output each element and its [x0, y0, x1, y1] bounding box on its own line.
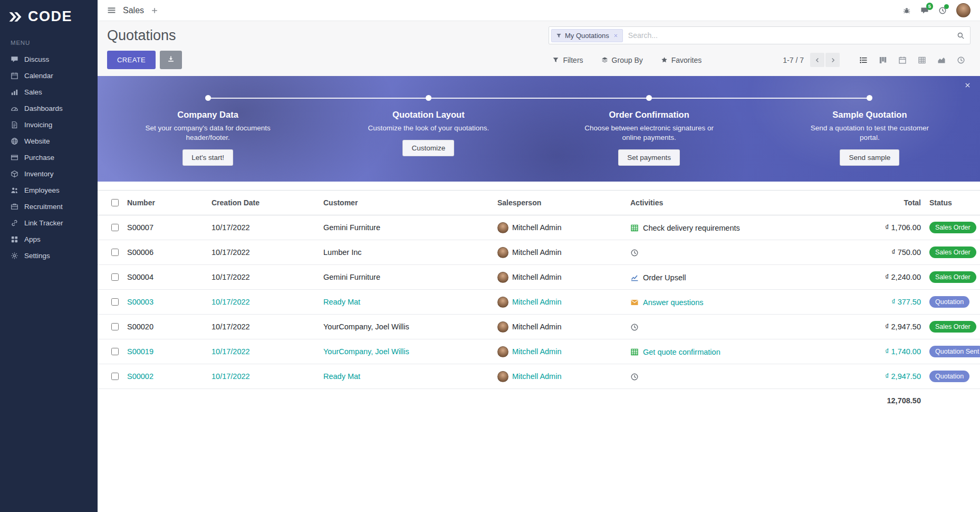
salesperson-name: Mitchell Admin	[512, 372, 561, 381]
table-row[interactable]: S0000610/17/2022Lumber IncMitchell Admin…	[98, 240, 980, 265]
control-panel: Quotations My Quotations CREATE	[98, 21, 980, 76]
search-bar[interactable]: My Quotations	[549, 26, 971, 44]
sidebar-item-settings[interactable]: Settings	[0, 248, 98, 264]
messages-count-badge: 5	[926, 3, 933, 10]
sidebar-item-website[interactable]: Website	[0, 133, 98, 149]
cell-status: Sales Order	[925, 240, 980, 265]
discuss-icon	[11, 55, 18, 63]
column-header-customer[interactable]: Customer	[319, 191, 493, 215]
footer-empty-cell	[207, 389, 319, 413]
cell-salesperson: Mitchell Admin	[493, 315, 626, 339]
favorites-button[interactable]: Favorites	[661, 56, 702, 64]
cell-status: Quotation	[925, 364, 980, 389]
bug-icon	[902, 6, 911, 15]
clock-icon[interactable]	[630, 249, 639, 257]
step-title: Quotation Layout	[334, 110, 523, 120]
row-checkbox[interactable]	[111, 348, 119, 355]
table-row[interactable]: S0000410/17/2022Gemini FurnitureMitchell…	[98, 265, 980, 290]
chart-icon[interactable]	[630, 273, 639, 282]
row-checkbox[interactable]	[111, 323, 119, 330]
column-header-salesperson[interactable]: Salesperson	[493, 191, 626, 215]
column-header-total[interactable]: Total	[846, 191, 925, 215]
step-button-let-s-start[interactable]: Let's start!	[182, 149, 233, 166]
column-header-activities[interactable]: Activities	[626, 191, 846, 215]
row-checkbox[interactable]	[111, 249, 119, 256]
sidebar-item-discuss[interactable]: Discuss	[0, 51, 98, 68]
activity-label[interactable]: Order Upsell	[643, 273, 686, 282]
create-button[interactable]: CREATE	[107, 51, 156, 69]
spreadsheet-icon[interactable]	[630, 224, 639, 232]
table-row[interactable]: S0002010/17/2022YourCompany, Joel Willis…	[98, 315, 980, 339]
row-checkbox[interactable]	[111, 373, 119, 380]
row-checkbox[interactable]	[111, 298, 119, 306]
view-kanban-button[interactable]	[873, 52, 892, 68]
column-header-number[interactable]: Number	[123, 191, 207, 215]
search-icon[interactable]	[957, 32, 965, 40]
step-dot	[205, 95, 211, 101]
cell-customer: Ready Mat	[319, 290, 493, 315]
pager-next-button[interactable]	[825, 53, 840, 67]
view-graph-button[interactable]	[931, 52, 951, 68]
sidebar-item-label: Invoicing	[24, 121, 52, 129]
view-pivot-button[interactable]	[912, 52, 931, 68]
export-button[interactable]	[160, 51, 182, 69]
sidebar-item-dashboards[interactable]: Dashboards	[0, 100, 98, 117]
search-facet[interactable]: My Quotations	[551, 29, 623, 42]
sidebar-item-purchase[interactable]: Purchase	[0, 149, 98, 166]
envelope-icon[interactable]	[630, 298, 639, 307]
filters-button[interactable]: Filters	[552, 56, 583, 64]
sidebar-item-inventory[interactable]: Inventory	[0, 166, 98, 182]
view-calendar-button[interactable]	[892, 52, 912, 68]
table-row[interactable]: S0000310/17/2022Ready MatMitchell AdminA…	[98, 290, 980, 315]
column-header-creation-date[interactable]: Creation Date	[207, 191, 319, 215]
hamburger-menu-icon[interactable]	[107, 6, 116, 15]
app-logo[interactable]: CODE	[0, 0, 98, 30]
row-checkbox-cell	[98, 265, 123, 290]
main-panel: Sales 5 Quotations	[98, 0, 980, 512]
sidebar-item-employees[interactable]: Employees	[0, 182, 98, 198]
pager-prev-button[interactable]	[810, 53, 824, 67]
user-avatar[interactable]	[956, 3, 971, 17]
salesperson-avatar	[497, 297, 508, 308]
cell-total: ₫ 1,706.00	[846, 215, 925, 240]
sidebar-item-sales[interactable]: Sales	[0, 84, 98, 100]
select-all-checkbox[interactable]	[111, 199, 119, 206]
table-row[interactable]: S0001910/17/2022YourCompany, Joel Willis…	[98, 339, 980, 364]
clock-icon[interactable]	[630, 323, 639, 331]
search-input[interactable]	[627, 31, 953, 40]
row-checkbox[interactable]	[111, 224, 119, 231]
new-tab-plus-icon[interactable]	[151, 7, 158, 14]
step-button-customize[interactable]: Customize	[402, 140, 454, 156]
onboarding-step-company-data: Company DataSet your company's data for …	[98, 95, 318, 182]
row-checkbox[interactable]	[111, 273, 119, 281]
activity-label[interactable]: Get quote confirmation	[643, 348, 720, 356]
step-button-set-payments[interactable]: Set payments	[618, 149, 680, 166]
debug-button[interactable]	[902, 6, 911, 15]
view-list-button[interactable]	[853, 52, 873, 68]
group-by-button[interactable]: Group By	[601, 56, 643, 64]
column-header-status[interactable]: Status	[925, 191, 980, 215]
activity-label[interactable]: Answer questions	[643, 298, 703, 307]
clock-icon[interactable]	[630, 373, 639, 381]
cell-number: S00004	[123, 265, 207, 290]
row-checkbox-cell	[98, 315, 123, 339]
messages-button[interactable]: 5	[920, 6, 929, 15]
cell-number: S00003	[123, 290, 207, 315]
step-button-send-sample[interactable]: Send sample	[840, 149, 899, 166]
sidebar-item-link-tracker[interactable]: Link Tracker	[0, 215, 98, 231]
sidebar-item-apps[interactable]: Apps	[0, 231, 98, 248]
facet-remove-icon[interactable]	[613, 33, 618, 38]
header-checkbox-cell	[98, 191, 123, 215]
app-tab[interactable]: Sales	[123, 6, 144, 15]
sidebar-item-invoicing[interactable]: Invoicing	[0, 117, 98, 133]
table-row[interactable]: S0000710/17/2022Gemini FurnitureMitchell…	[98, 215, 980, 240]
salesperson-avatar	[497, 247, 508, 258]
sidebar-item-calendar[interactable]: Calendar	[0, 68, 98, 84]
table-row[interactable]: S0000210/17/2022Ready MatMitchell Admin₫…	[98, 364, 980, 389]
activities-button[interactable]	[938, 6, 947, 15]
view-activity-button[interactable]	[951, 52, 971, 68]
sidebar-item-recruitment[interactable]: Recruitment	[0, 198, 98, 215]
spreadsheet-icon[interactable]	[630, 348, 639, 356]
banner-close-icon[interactable]	[964, 82, 971, 89]
activity-label[interactable]: Check delivery requirements	[643, 224, 740, 232]
